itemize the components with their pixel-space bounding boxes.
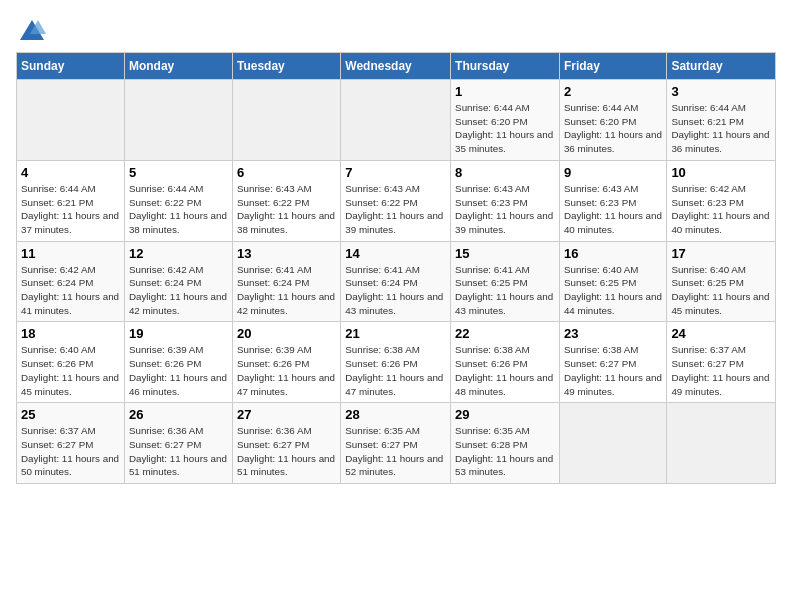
logo-icon (18, 16, 46, 44)
day-info: Sunrise: 6:37 AMSunset: 6:27 PMDaylight:… (21, 424, 120, 479)
day-info: Sunrise: 6:39 AMSunset: 6:26 PMDaylight:… (129, 343, 228, 398)
day-info: Sunrise: 6:43 AMSunset: 6:23 PMDaylight:… (564, 182, 662, 237)
calendar-cell: 19Sunrise: 6:39 AMSunset: 6:26 PMDayligh… (124, 322, 232, 403)
calendar-cell: 5Sunrise: 6:44 AMSunset: 6:22 PMDaylight… (124, 160, 232, 241)
day-number: 17 (671, 246, 771, 261)
calendar-cell: 8Sunrise: 6:43 AMSunset: 6:23 PMDaylight… (451, 160, 560, 241)
day-number: 8 (455, 165, 555, 180)
day-info: Sunrise: 6:38 AMSunset: 6:27 PMDaylight:… (564, 343, 662, 398)
calendar-table: SundayMondayTuesdayWednesdayThursdayFrid… (16, 52, 776, 484)
calendar-cell: 13Sunrise: 6:41 AMSunset: 6:24 PMDayligh… (232, 241, 340, 322)
calendar-cell: 24Sunrise: 6:37 AMSunset: 6:27 PMDayligh… (667, 322, 776, 403)
day-number: 29 (455, 407, 555, 422)
calendar-cell: 26Sunrise: 6:36 AMSunset: 6:27 PMDayligh… (124, 403, 232, 484)
col-header-thursday: Thursday (451, 53, 560, 80)
calendar-cell: 1Sunrise: 6:44 AMSunset: 6:20 PMDaylight… (451, 80, 560, 161)
day-info: Sunrise: 6:41 AMSunset: 6:25 PMDaylight:… (455, 263, 555, 318)
calendar-cell: 4Sunrise: 6:44 AMSunset: 6:21 PMDaylight… (17, 160, 125, 241)
calendar-cell (17, 80, 125, 161)
calendar-cell: 25Sunrise: 6:37 AMSunset: 6:27 PMDayligh… (17, 403, 125, 484)
calendar-cell: 29Sunrise: 6:35 AMSunset: 6:28 PMDayligh… (451, 403, 560, 484)
calendar-header-row: SundayMondayTuesdayWednesdayThursdayFrid… (17, 53, 776, 80)
day-number: 7 (345, 165, 446, 180)
calendar-cell: 20Sunrise: 6:39 AMSunset: 6:26 PMDayligh… (232, 322, 340, 403)
day-info: Sunrise: 6:36 AMSunset: 6:27 PMDaylight:… (129, 424, 228, 479)
day-info: Sunrise: 6:43 AMSunset: 6:22 PMDaylight:… (345, 182, 446, 237)
day-info: Sunrise: 6:41 AMSunset: 6:24 PMDaylight:… (237, 263, 336, 318)
calendar-cell (667, 403, 776, 484)
day-info: Sunrise: 6:42 AMSunset: 6:24 PMDaylight:… (129, 263, 228, 318)
day-info: Sunrise: 6:40 AMSunset: 6:26 PMDaylight:… (21, 343, 120, 398)
day-info: Sunrise: 6:40 AMSunset: 6:25 PMDaylight:… (671, 263, 771, 318)
calendar-week-row: 18Sunrise: 6:40 AMSunset: 6:26 PMDayligh… (17, 322, 776, 403)
logo (16, 16, 46, 44)
calendar-week-row: 11Sunrise: 6:42 AMSunset: 6:24 PMDayligh… (17, 241, 776, 322)
calendar-cell (559, 403, 666, 484)
day-number: 14 (345, 246, 446, 261)
day-number: 13 (237, 246, 336, 261)
day-number: 11 (21, 246, 120, 261)
day-info: Sunrise: 6:43 AMSunset: 6:23 PMDaylight:… (455, 182, 555, 237)
day-info: Sunrise: 6:43 AMSunset: 6:22 PMDaylight:… (237, 182, 336, 237)
day-number: 28 (345, 407, 446, 422)
col-header-monday: Monday (124, 53, 232, 80)
day-info: Sunrise: 6:40 AMSunset: 6:25 PMDaylight:… (564, 263, 662, 318)
calendar-cell (124, 80, 232, 161)
day-number: 3 (671, 84, 771, 99)
day-info: Sunrise: 6:41 AMSunset: 6:24 PMDaylight:… (345, 263, 446, 318)
calendar-cell: 6Sunrise: 6:43 AMSunset: 6:22 PMDaylight… (232, 160, 340, 241)
day-number: 15 (455, 246, 555, 261)
calendar-cell: 11Sunrise: 6:42 AMSunset: 6:24 PMDayligh… (17, 241, 125, 322)
day-number: 21 (345, 326, 446, 341)
calendar-cell: 27Sunrise: 6:36 AMSunset: 6:27 PMDayligh… (232, 403, 340, 484)
day-info: Sunrise: 6:38 AMSunset: 6:26 PMDaylight:… (455, 343, 555, 398)
day-number: 6 (237, 165, 336, 180)
day-number: 12 (129, 246, 228, 261)
col-header-friday: Friday (559, 53, 666, 80)
day-info: Sunrise: 6:44 AMSunset: 6:20 PMDaylight:… (455, 101, 555, 156)
day-number: 18 (21, 326, 120, 341)
calendar-cell: 9Sunrise: 6:43 AMSunset: 6:23 PMDaylight… (559, 160, 666, 241)
calendar-cell: 10Sunrise: 6:42 AMSunset: 6:23 PMDayligh… (667, 160, 776, 241)
calendar-week-row: 25Sunrise: 6:37 AMSunset: 6:27 PMDayligh… (17, 403, 776, 484)
day-info: Sunrise: 6:36 AMSunset: 6:27 PMDaylight:… (237, 424, 336, 479)
calendar-cell (341, 80, 451, 161)
day-number: 10 (671, 165, 771, 180)
col-header-saturday: Saturday (667, 53, 776, 80)
calendar-cell: 2Sunrise: 6:44 AMSunset: 6:20 PMDaylight… (559, 80, 666, 161)
calendar-cell: 23Sunrise: 6:38 AMSunset: 6:27 PMDayligh… (559, 322, 666, 403)
day-number: 19 (129, 326, 228, 341)
day-info: Sunrise: 6:44 AMSunset: 6:21 PMDaylight:… (671, 101, 771, 156)
day-number: 9 (564, 165, 662, 180)
day-info: Sunrise: 6:44 AMSunset: 6:20 PMDaylight:… (564, 101, 662, 156)
day-number: 16 (564, 246, 662, 261)
day-number: 20 (237, 326, 336, 341)
page-header (16, 16, 776, 44)
calendar-cell: 7Sunrise: 6:43 AMSunset: 6:22 PMDaylight… (341, 160, 451, 241)
day-number: 24 (671, 326, 771, 341)
day-number: 27 (237, 407, 336, 422)
day-info: Sunrise: 6:44 AMSunset: 6:21 PMDaylight:… (21, 182, 120, 237)
day-number: 4 (21, 165, 120, 180)
col-header-tuesday: Tuesday (232, 53, 340, 80)
calendar-cell: 28Sunrise: 6:35 AMSunset: 6:27 PMDayligh… (341, 403, 451, 484)
day-info: Sunrise: 6:42 AMSunset: 6:23 PMDaylight:… (671, 182, 771, 237)
col-header-sunday: Sunday (17, 53, 125, 80)
day-info: Sunrise: 6:38 AMSunset: 6:26 PMDaylight:… (345, 343, 446, 398)
day-info: Sunrise: 6:42 AMSunset: 6:24 PMDaylight:… (21, 263, 120, 318)
day-info: Sunrise: 6:37 AMSunset: 6:27 PMDaylight:… (671, 343, 771, 398)
calendar-cell: 16Sunrise: 6:40 AMSunset: 6:25 PMDayligh… (559, 241, 666, 322)
calendar-week-row: 4Sunrise: 6:44 AMSunset: 6:21 PMDaylight… (17, 160, 776, 241)
day-number: 22 (455, 326, 555, 341)
day-number: 5 (129, 165, 228, 180)
calendar-cell: 14Sunrise: 6:41 AMSunset: 6:24 PMDayligh… (341, 241, 451, 322)
day-number: 1 (455, 84, 555, 99)
day-number: 2 (564, 84, 662, 99)
calendar-cell: 21Sunrise: 6:38 AMSunset: 6:26 PMDayligh… (341, 322, 451, 403)
day-info: Sunrise: 6:35 AMSunset: 6:27 PMDaylight:… (345, 424, 446, 479)
calendar-cell: 12Sunrise: 6:42 AMSunset: 6:24 PMDayligh… (124, 241, 232, 322)
day-number: 25 (21, 407, 120, 422)
calendar-cell: 3Sunrise: 6:44 AMSunset: 6:21 PMDaylight… (667, 80, 776, 161)
calendar-cell: 17Sunrise: 6:40 AMSunset: 6:25 PMDayligh… (667, 241, 776, 322)
calendar-cell: 18Sunrise: 6:40 AMSunset: 6:26 PMDayligh… (17, 322, 125, 403)
